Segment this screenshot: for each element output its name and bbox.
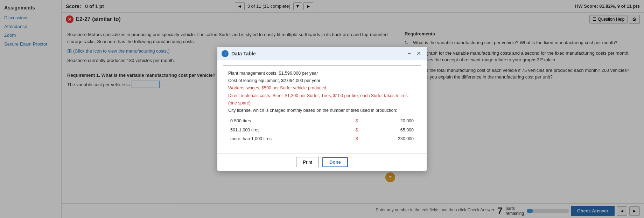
variable-cost-1: Workers' wages, $500 per Surfer vehicle … [228,84,416,92]
fixed-cost-2: Cost of leasing equipment, $2,064,000 pe… [228,77,416,84]
tier-amount-2: 65,000 [364,126,415,134]
tier-currency-2: $ [350,126,364,134]
print-button[interactable]: Print [296,157,319,167]
modal-footer: Print Done [217,153,427,171]
modal-body: Plant management costs, $1,596,000 per y… [217,60,427,153]
table-row: 501-1,000 tires $ 65,000 [229,126,415,134]
tier-amount-3: 230,000 [364,135,415,143]
done-button[interactable]: Done [322,157,348,167]
fixed-cost-1: Plant management costs, $1,596,000 per y… [228,70,416,77]
tier-range-3: more than 1,000 tires [229,135,349,143]
tier-range-2: 501-1,000 tires [229,126,349,134]
modal-overlay[interactable]: i Data Table − ✕ Plant management costs,… [0,0,644,218]
tier-currency-1: $ [350,117,364,125]
modal-header: i Data Table − ✕ [217,47,427,60]
table-row: 0-500 tires $ 20,000 [229,117,415,125]
tier-currency-3: $ [350,135,364,143]
modal-title: Data Table [231,51,404,56]
variable-cost-2: Direct materials costs: Steel, $1,200 pe… [228,92,416,107]
data-table-modal: i Data Table − ✕ Plant management costs,… [217,47,427,171]
data-table-box: Plant management costs, $1,596,000 per y… [223,65,421,148]
modal-minimize-button[interactable]: − [406,50,412,57]
tire-table: 0-500 tires $ 20,000 501-1,000 tires $ 6… [228,116,416,144]
table-row: more than 1,000 tires $ 230,000 [229,135,415,143]
modal-close-button[interactable]: ✕ [415,50,422,57]
modal-info-icon: i [222,50,229,57]
tier-range-1: 0-500 tires [229,117,349,125]
tier-amount-1: 20,000 [364,117,415,125]
city-license-text: City license, which is charged monthly b… [228,107,416,114]
